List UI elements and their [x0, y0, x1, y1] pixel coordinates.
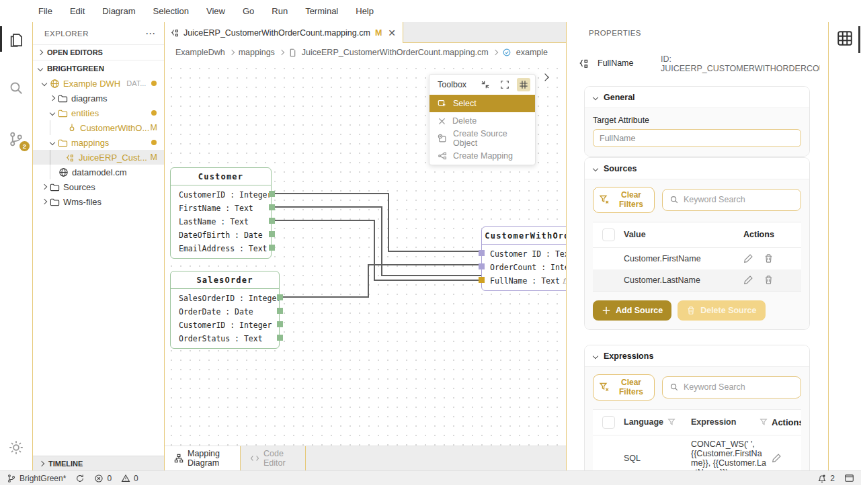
- menu-file[interactable]: File: [30, 3, 61, 19]
- entity-customerwithordercount[interactable]: CustomerWithOrderCount Customer ID : Tex…: [481, 226, 566, 291]
- tree-item-customerwitho[interactable]: CustomerWithO... M: [33, 120, 164, 135]
- notifications-status[interactable]: 2: [817, 474, 835, 483]
- sync-status[interactable]: [75, 474, 85, 483]
- breadcrumb-file[interactable]: JuiceERP_CustomerWithOrderCount.mapping.…: [302, 48, 489, 57]
- attr-customerid[interactable]: CustomerID : Integer: [171, 188, 271, 202]
- tab-code-editor[interactable]: Code Editor: [241, 446, 306, 470]
- port-dateofbirth[interactable]: [269, 231, 275, 237]
- port-orderstatus[interactable]: [277, 335, 283, 341]
- port-emailaddress[interactable]: [269, 245, 275, 251]
- edit-pencil-icon[interactable]: [743, 275, 753, 285]
- attr-salesorderid[interactable]: SalesOrderID : Integer: [171, 292, 279, 305]
- entity-customer-header[interactable]: Customer: [171, 168, 271, 185]
- tree-item-datamodel[interactable]: datamodel.cm: [33, 165, 164, 179]
- delete-source-button[interactable]: Delete Source: [678, 300, 765, 321]
- general-section-header[interactable]: General: [585, 87, 809, 108]
- tab-close-icon[interactable]: ✕: [388, 28, 396, 38]
- port-fullname[interactable]: [479, 277, 485, 283]
- explorer-view-icon[interactable]: [0, 26, 32, 55]
- tree-item-mappings[interactable]: mappings: [33, 135, 164, 150]
- warnings-status[interactable]: 0: [121, 474, 138, 483]
- port-lastname[interactable]: [269, 218, 275, 224]
- data-grid-view-icon[interactable]: [835, 28, 855, 48]
- port-firstname[interactable]: [269, 204, 275, 210]
- timeline-section[interactable]: TIMELINE: [33, 456, 164, 470]
- entity-cwoc-header[interactable]: CustomerWithOrderCount: [482, 227, 566, 245]
- source-row-lastname[interactable]: Customer.LastName: [593, 269, 801, 291]
- source-row-firstname[interactable]: Customer.FirstName: [593, 248, 801, 269]
- expressions-select-all-checkbox[interactable]: [602, 416, 615, 429]
- edit-pencil-icon[interactable]: [772, 453, 782, 463]
- panel-layout-toggle[interactable]: [844, 473, 854, 483]
- tree-item-juiceerp-mapping[interactable]: JuiceERP_Cust... M: [33, 150, 164, 165]
- toolbox-item-create-mapping[interactable]: Create Mapping: [429, 147, 535, 165]
- collapse-icon[interactable]: [479, 78, 492, 91]
- port-customer-id-target[interactable]: [479, 250, 485, 256]
- breadcrumb-symbol[interactable]: example: [516, 48, 548, 57]
- delete-trash-icon[interactable]: [764, 275, 774, 285]
- source-control-view-icon[interactable]: 2: [0, 124, 32, 154]
- search-view-icon[interactable]: [0, 73, 32, 103]
- sources-clear-filters-button[interactable]: Clear Filters: [593, 187, 655, 213]
- expressions-section-header[interactable]: Expressions: [585, 345, 809, 367]
- port-ordercount[interactable]: [479, 263, 485, 269]
- sources-search-input[interactable]: [684, 195, 794, 204]
- attr-emailaddress[interactable]: EmailAddress : Text: [171, 242, 271, 255]
- add-source-button[interactable]: Add Source: [593, 300, 671, 321]
- mapping-diagram-canvas[interactable]: Customer CustomerID : Integer FirstName …: [165, 62, 566, 446]
- sources-select-all-checkbox[interactable]: [602, 228, 615, 241]
- menu-run[interactable]: Run: [263, 3, 296, 19]
- port-customerid[interactable]: [269, 191, 275, 197]
- tree-item-entities[interactable]: entities: [33, 106, 164, 120]
- branch-status[interactable]: BrightGreen*: [7, 474, 66, 483]
- expand-panel-chevron[interactable]: [538, 71, 552, 84]
- port-orderdate[interactable]: [277, 308, 283, 314]
- entity-customer[interactable]: Customer CustomerID : Integer FirstName …: [170, 167, 272, 259]
- menu-selection[interactable]: Selection: [144, 3, 197, 19]
- breadcrumb-folder[interactable]: mappings: [239, 48, 275, 57]
- grid-toggle-icon[interactable]: [517, 78, 530, 91]
- errors-status[interactable]: 0: [94, 474, 112, 483]
- fit-view-icon[interactable]: [498, 78, 511, 91]
- scrollbar-thumb[interactable]: [858, 26, 860, 53]
- toolbox-item-delete[interactable]: Delete: [429, 112, 535, 130]
- toolbox-item-select[interactable]: Select: [429, 95, 535, 112]
- filter-funnel-icon[interactable]: [760, 418, 768, 426]
- tree-item-example-dwh[interactable]: Example DWH DAT...: [33, 76, 164, 91]
- attr-customerid-fk[interactable]: CustomerID : Integer: [171, 319, 279, 332]
- settings-gear-icon[interactable]: [0, 433, 32, 462]
- menu-diagram[interactable]: Diagram: [93, 3, 144, 19]
- entity-salesorder[interactable]: SalesOrder SalesOrderID : Integer OrderD…: [170, 271, 280, 349]
- breadcrumb-project[interactable]: ExampleDwh: [175, 48, 225, 57]
- tree-item-wms-files[interactable]: Wms-files: [33, 194, 164, 209]
- tree-item-diagrams[interactable]: diagrams: [33, 91, 164, 106]
- entity-salesorder-header[interactable]: SalesOrder: [171, 271, 279, 289]
- expression-row-sql[interactable]: SQL CONCAT_WS(' ', {{Customer.FirstName}…: [593, 435, 801, 470]
- menu-terminal[interactable]: Terminal: [296, 3, 347, 19]
- menu-help[interactable]: Help: [347, 3, 382, 19]
- editor-tab[interactable]: JuiceERP_CustomerWithOrderCount.mapping.…: [165, 22, 403, 43]
- expressions-clear-filters-button[interactable]: Clear Filters: [593, 374, 655, 401]
- port-customerid-fk[interactable]: [277, 321, 283, 327]
- filter-funnel-icon[interactable]: [667, 418, 675, 426]
- edit-pencil-icon[interactable]: [743, 253, 753, 263]
- attr-customer-id-target[interactable]: Customer ID : Text: [482, 247, 566, 261]
- attr-orderdate[interactable]: OrderDate : Date: [171, 305, 279, 319]
- open-editors-section[interactable]: OPEN EDITORS: [33, 44, 164, 60]
- attr-orderstatus[interactable]: OrderStatus : Text: [171, 332, 279, 345]
- expressions-search-input[interactable]: [684, 382, 794, 392]
- toolbox-item-create-source-object[interactable]: Create Source Object: [429, 130, 535, 147]
- attr-dateofbirth[interactable]: DateOfBirth : Date: [171, 228, 271, 242]
- tab-mapping-diagram[interactable]: Mapping Diagram: [165, 446, 241, 470]
- delete-trash-icon[interactable]: [764, 253, 774, 263]
- sources-section-header[interactable]: Sources: [585, 158, 809, 179]
- attr-lastname[interactable]: LastName : Text: [171, 215, 271, 228]
- port-salesorderid[interactable]: [277, 294, 283, 300]
- attr-ordercount[interactable]: OrderCount : Integer: [482, 261, 566, 274]
- attr-fullname[interactable]: FullName : Textfx: [482, 274, 566, 288]
- tree-item-sources[interactable]: Sources: [33, 179, 164, 194]
- target-attribute-field[interactable]: [593, 129, 801, 147]
- explorer-more-actions-icon[interactable]: ⋯: [145, 28, 156, 40]
- workspace-root[interactable]: BRIGHTGREEN: [33, 60, 164, 76]
- attr-firstname[interactable]: FirstName : Text: [171, 202, 271, 215]
